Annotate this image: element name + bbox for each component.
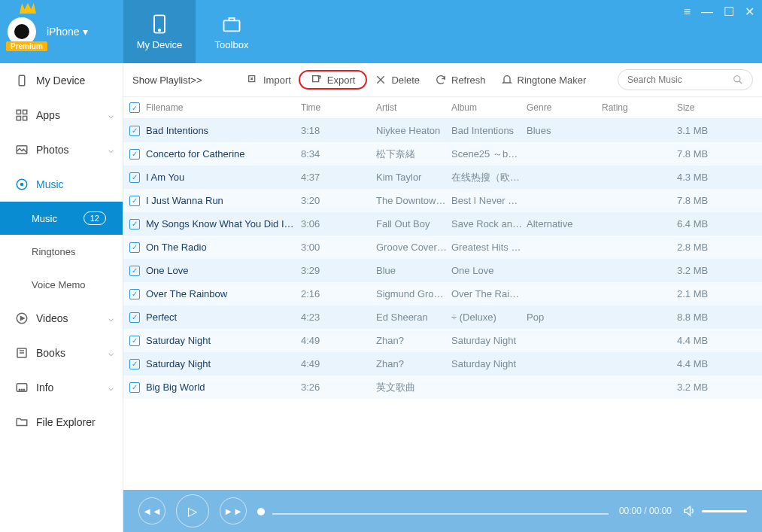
- table-row[interactable]: ✓Big Big World3:26英文歌曲3.2 MB: [123, 375, 762, 399]
- chevron-down-icon: ⌵: [108, 110, 114, 120]
- toolbar: Show Playlist>> Import Export Delete Ref…: [123, 63, 762, 96]
- tab-my-device[interactable]: My Device: [123, 0, 196, 63]
- ringtone-maker-label: Ringtone Maker: [518, 74, 587, 86]
- table-row[interactable]: ✓I Just Wanna Run3:20The Downtown Fictio…: [123, 189, 762, 212]
- crown-icon: [20, 3, 36, 14]
- volume-bar[interactable]: [702, 510, 747, 512]
- row-checkbox[interactable]: ✓: [123, 149, 146, 160]
- volume-control[interactable]: [682, 504, 747, 518]
- export-button[interactable]: Export: [299, 70, 368, 90]
- col-artist[interactable]: Artist: [376, 102, 451, 113]
- table-row[interactable]: ✓Saturday Night4:49Zhan?Saturday Night4.…: [123, 329, 762, 352]
- table-row[interactable]: ✓My Songs Know What You Did In th...3:06…: [123, 212, 762, 236]
- table-body: ✓Bad Intentions3:18Niykee HeatonBad Inte…: [123, 119, 762, 490]
- play-button[interactable]: ▷: [176, 494, 209, 527]
- sidebar-sub-music[interactable]: Music 12: [0, 202, 123, 235]
- delete-button[interactable]: Delete: [367, 71, 427, 89]
- table-row[interactable]: ✓Over The Rainbow2:16Sigmund GrovenOver …: [123, 282, 762, 306]
- cell-time: 3:29: [301, 265, 376, 276]
- cell-size: 3.1 MB: [677, 125, 737, 136]
- col-filename[interactable]: Filename: [146, 102, 301, 113]
- row-checkbox[interactable]: ✓: [123, 219, 146, 230]
- sidebar-sub-voice-memo[interactable]: Voice Memo: [0, 268, 123, 301]
- sidebar-item-apps[interactable]: Apps ⌵: [0, 98, 123, 132]
- cell-album: Saturday Night: [451, 358, 527, 369]
- table-row[interactable]: ✓One Love3:29BlueOne Love3.2 MB: [123, 259, 762, 282]
- row-checkbox[interactable]: ✓: [123, 126, 146, 136]
- row-checkbox[interactable]: ✓: [123, 312, 146, 323]
- progress-knob[interactable]: [257, 508, 265, 515]
- cell-filename: Concerto for Catherine: [146, 148, 301, 160]
- table-row[interactable]: ✓On The Radio3:00Groove CoverageGreatest…: [123, 236, 762, 259]
- table-row[interactable]: ✓Concerto for Catherine8:34松下奈緒Scene25 ～…: [123, 142, 762, 166]
- row-checkbox[interactable]: ✓: [123, 289, 146, 299]
- sidebar-item-info[interactable]: Info ⌵: [0, 370, 123, 405]
- tab-toolbox[interactable]: Toolbox: [196, 0, 268, 63]
- menu-icon[interactable]: ≡: [684, 5, 691, 19]
- row-checkbox[interactable]: ✓: [123, 172, 146, 183]
- row-checkbox[interactable]: ✓: [123, 359, 146, 369]
- sidebar-item-file-explorer[interactable]: File Explorer: [0, 405, 123, 439]
- select-all-checkbox[interactable]: ✓: [123, 102, 146, 113]
- sidebar-item-my-device[interactable]: My Device: [0, 63, 123, 98]
- cell-time: 3:00: [301, 242, 376, 253]
- cell-artist: Blue: [376, 265, 451, 276]
- table-row[interactable]: ✓Perfect4:23Ed Sheeran÷ (Deluxe)Pop8.8 M…: [123, 306, 762, 329]
- cell-size: 4.3 MB: [677, 172, 737, 183]
- col-size[interactable]: Size: [677, 102, 737, 113]
- sidebar-item-music[interactable]: Music: [0, 167, 123, 202]
- books-icon: [15, 346, 29, 360]
- refresh-button[interactable]: Refresh: [427, 71, 493, 89]
- row-checkbox[interactable]: ✓: [123, 242, 146, 253]
- sidebar-label: Photos: [36, 144, 69, 156]
- time-current: 00:00: [619, 506, 642, 516]
- search-icon: [733, 74, 743, 85]
- device-selector[interactable]: iPhone ▾: [47, 26, 88, 38]
- toolbox-icon: [221, 14, 242, 35]
- search-box[interactable]: [618, 69, 753, 90]
- sidebar-item-videos[interactable]: Videos ⌵: [0, 301, 123, 336]
- col-rating[interactable]: Rating: [602, 102, 677, 113]
- ringtone-maker-button[interactable]: Ringtone Maker: [493, 71, 594, 89]
- sidebar-sub-label: Music: [32, 213, 57, 224]
- row-checkbox[interactable]: ✓: [123, 196, 146, 206]
- show-playlist-link[interactable]: Show Playlist>>: [132, 74, 239, 86]
- cell-album: Bad Intentions: [451, 125, 527, 136]
- maximize-button[interactable]: ☐: [724, 5, 734, 19]
- svg-point-21: [734, 76, 740, 82]
- cell-album: 在线热搜（欧美）: [451, 171, 527, 184]
- cell-size: 2.1 MB: [677, 288, 737, 299]
- cell-time: 2:16: [301, 288, 376, 299]
- cell-time: 3:18: [301, 125, 376, 136]
- cell-artist: Niykee Heaton: [376, 125, 451, 136]
- prev-button[interactable]: ◄◄: [138, 497, 165, 524]
- sidebar-item-photos[interactable]: Photos ⌵: [0, 132, 123, 167]
- row-checkbox[interactable]: ✓: [123, 382, 146, 393]
- col-time[interactable]: Time: [301, 102, 376, 113]
- col-genre[interactable]: Genre: [527, 102, 602, 113]
- next-button[interactable]: ►►: [220, 497, 247, 524]
- minimize-button[interactable]: —: [701, 5, 713, 19]
- row-checkbox[interactable]: ✓: [123, 266, 146, 276]
- chevron-down-icon: ⌵: [108, 313, 114, 324]
- table-row[interactable]: ✓I Am You4:37Kim Taylor在线热搜（欧美）4.3 MB: [123, 166, 762, 189]
- table-row[interactable]: ✓Bad Intentions3:18Niykee HeatonBad Inte…: [123, 119, 762, 142]
- import-button[interactable]: Import: [239, 71, 299, 89]
- time-total: 00:00: [649, 506, 672, 516]
- tab-label: Toolbox: [215, 39, 249, 50]
- cell-artist: Zhan?: [376, 335, 451, 346]
- cell-time: 8:34: [301, 148, 376, 160]
- cell-time: 4:23: [301, 312, 376, 323]
- sidebar-item-books[interactable]: Books ⌵: [0, 336, 123, 370]
- sidebar-sub-ringtones[interactable]: Ringtones: [0, 235, 123, 268]
- logo-area: Premium iPhone ▾: [0, 0, 123, 63]
- row-checkbox[interactable]: ✓: [123, 336, 146, 346]
- sidebar-label: Apps: [36, 109, 60, 121]
- main-panel: Show Playlist>> Import Export Delete Ref…: [123, 63, 762, 532]
- svg-point-18: [23, 389, 25, 391]
- close-button[interactable]: ✕: [745, 5, 754, 19]
- col-album[interactable]: Album: [451, 102, 527, 113]
- search-input[interactable]: [627, 74, 725, 85]
- progress-track[interactable]: [257, 507, 609, 515]
- table-row[interactable]: ✓Saturday Night4:49Zhan?Saturday Night4.…: [123, 352, 762, 375]
